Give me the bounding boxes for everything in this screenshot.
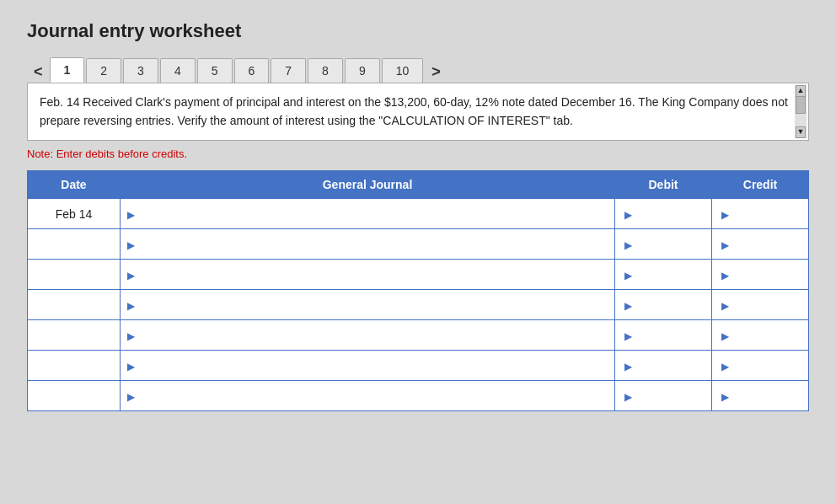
credit-cell-2[interactable]: ▶ [712, 229, 809, 260]
scrollbar-up-arrow[interactable]: ▲ [796, 85, 806, 97]
credit-input-3[interactable] [733, 268, 799, 281]
tab-9[interactable]: 9 [345, 58, 380, 83]
debit-input-7[interactable] [636, 389, 702, 403]
journal-cell-3[interactable]: ▶ [121, 260, 615, 290]
debit-arrow-icon-3: ▶ [624, 270, 632, 281]
debit-cell-4[interactable]: ▶ [615, 290, 712, 320]
note-text: Note: Enter debits before credits. [27, 147, 809, 160]
credit-arrow-icon-1: ▶ [721, 209, 729, 221]
arrow-icon-3: ▶ [127, 270, 135, 281]
tab-2[interactable]: 2 [86, 58, 121, 83]
tab-5[interactable]: 5 [197, 58, 233, 83]
credit-input-4[interactable] [733, 298, 799, 312]
debit-input-4[interactable] [636, 298, 702, 312]
credit-cell-6[interactable]: ▶ [712, 351, 809, 381]
date-cell-7 [28, 381, 121, 411]
journal-cell-4[interactable]: ▶ [121, 290, 615, 320]
arrow-icon-6: ▶ [127, 361, 135, 373]
debit-input-2[interactable] [636, 238, 702, 251]
credit-input-2[interactable] [733, 238, 799, 251]
header-credit: Credit [712, 171, 809, 199]
credit-cell-5[interactable]: ▶ [712, 320, 809, 351]
debit-arrow-icon-2: ▶ [624, 239, 632, 251]
debit-arrow-icon-4: ▶ [624, 300, 632, 312]
scrollbar-down-arrow[interactable]: ▼ [796, 126, 806, 138]
next-tab-button[interactable]: > [425, 61, 447, 83]
journal-input-4[interactable] [140, 298, 603, 312]
journal-cell-7[interactable]: ▶ [121, 381, 615, 411]
credit-cell-4[interactable]: ▶ [712, 290, 809, 320]
arrow-icon-7: ▶ [127, 391, 135, 403]
debit-arrow-icon-7: ▶ [624, 391, 632, 403]
header-date: Date [28, 171, 121, 199]
credit-arrow-icon-2: ▶ [721, 239, 729, 251]
arrow-icon-5: ▶ [127, 330, 135, 342]
debit-cell-6[interactable]: ▶ [615, 351, 712, 381]
credit-arrow-icon-5: ▶ [721, 330, 729, 342]
tab-8[interactable]: 8 [308, 58, 343, 83]
debit-arrow-icon-5: ▶ [624, 330, 632, 342]
table-row: ▶ ▶ ▶ [28, 320, 809, 351]
date-cell-3 [28, 260, 121, 290]
debit-cell-1[interactable]: ▶ [615, 199, 712, 229]
debit-input-3[interactable] [636, 268, 702, 281]
header-general-journal: General Journal [121, 171, 615, 199]
description-text: Feb. 14 Received Clark's payment of prin… [40, 95, 788, 127]
journal-input-6[interactable] [140, 359, 603, 373]
header-debit: Debit [615, 171, 712, 199]
credit-cell-3[interactable]: ▶ [712, 260, 809, 290]
credit-cell-7[interactable]: ▶ [712, 381, 809, 411]
date-cell-2 [28, 229, 121, 260]
credit-input-1[interactable] [733, 207, 799, 221]
prev-tab-button[interactable]: < [27, 61, 50, 83]
debit-cell-2[interactable]: ▶ [615, 229, 712, 260]
journal-input-7[interactable] [140, 389, 603, 403]
description-box: Feb. 14 Received Clark's payment of prin… [27, 83, 809, 141]
journal-input-1[interactable] [140, 207, 603, 221]
table-row: Feb 14 ▶ ▶ ▶ [28, 199, 809, 229]
debit-cell-7[interactable]: ▶ [615, 381, 712, 411]
arrow-icon-2: ▶ [127, 239, 135, 251]
table-row: ▶ ▶ ▶ [28, 290, 809, 320]
table-row: ▶ ▶ ▶ [28, 260, 809, 290]
arrow-icon-1: ▶ [127, 209, 135, 221]
date-cell-5 [28, 320, 121, 351]
tab-6[interactable]: 6 [234, 58, 270, 83]
table-row: ▶ ▶ ▶ [28, 351, 809, 381]
journal-table: Date General Journal Debit Credit Feb 14… [27, 170, 809, 411]
journal-cell-2[interactable]: ▶ [121, 229, 615, 260]
tab-3[interactable]: 3 [123, 58, 158, 83]
tab-7[interactable]: 7 [271, 58, 306, 83]
arrow-icon-4: ▶ [127, 300, 135, 312]
credit-input-6[interactable] [733, 359, 799, 373]
journal-input-2[interactable] [140, 238, 603, 251]
journal-cell-1[interactable]: ▶ [121, 199, 615, 229]
journal-cell-5[interactable]: ▶ [121, 320, 615, 351]
journal-input-3[interactable] [140, 268, 603, 281]
date-cell-4 [28, 290, 121, 320]
debit-cell-3[interactable]: ▶ [615, 260, 712, 290]
credit-arrow-icon-7: ▶ [721, 391, 729, 403]
tab-10[interactable]: 10 [382, 58, 424, 83]
credit-input-7[interactable] [733, 389, 799, 403]
journal-cell-6[interactable]: ▶ [121, 351, 615, 381]
debit-input-1[interactable] [636, 207, 702, 221]
credit-arrow-icon-6: ▶ [721, 361, 729, 373]
debit-cell-5[interactable]: ▶ [615, 320, 712, 351]
credit-cell-1[interactable]: ▶ [712, 199, 809, 229]
debit-input-5[interactable] [636, 329, 702, 342]
debit-input-6[interactable] [636, 359, 702, 373]
credit-arrow-icon-4: ▶ [721, 300, 729, 312]
tab-1[interactable]: 1 [50, 57, 85, 83]
table-row: ▶ ▶ ▶ [28, 229, 809, 260]
date-cell-6 [28, 351, 121, 381]
scrollbar[interactable]: ▲ ▼ [795, 85, 807, 138]
page-title: Journal entry worksheet [27, 20, 809, 42]
table-row: ▶ ▶ ▶ [28, 381, 809, 411]
tab-4[interactable]: 4 [160, 58, 196, 83]
tab-bar: < 1 2 3 4 5 6 7 8 9 10 > [27, 57, 809, 83]
date-cell-1: Feb 14 [28, 199, 121, 229]
credit-arrow-icon-3: ▶ [721, 270, 729, 281]
credit-input-5[interactable] [733, 329, 799, 342]
journal-input-5[interactable] [140, 329, 603, 342]
